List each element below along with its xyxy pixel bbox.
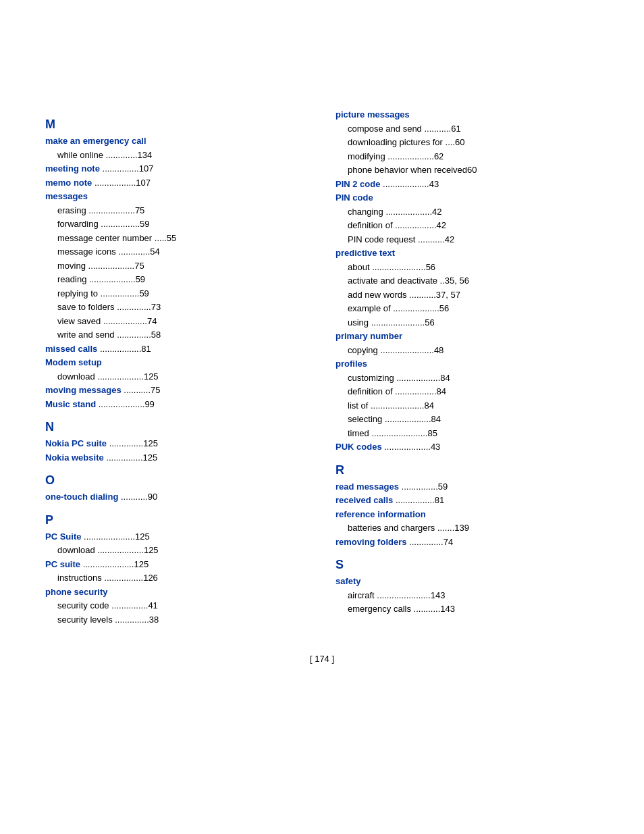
entry-sub-text: PIN code request [336,234,415,244]
entry-dots: .............. [115,330,151,340]
index-entry: changing ...................42 [336,205,599,219]
entry-page-num: 143 [440,604,455,614]
entry-page-num: 125 [135,531,150,542]
entry-dots: ..... [152,233,167,243]
entry-page-num: 59 [136,274,145,284]
entry-page-num: 85 [427,428,437,438]
index-entry: PIN code request ...........42 [336,233,599,246]
entry-dots: ....................... [369,428,428,438]
entry-sub-text: forwarding [45,219,99,229]
entry-dots: ................... [95,371,144,382]
entry-dots: ................ [393,495,434,505]
entry-page-num: 37, 57 [436,290,460,300]
entry-dots: .... [443,137,455,147]
entry-main-text: PIN code [336,192,373,203]
entry-main-text: Nokia PC suite [45,438,107,448]
entry-page-num: 125 [143,452,158,463]
index-entry: copying ......................48 [336,344,599,357]
index-entry: Nokia website ...............125 [45,451,308,465]
entry-dots: ................. [97,344,141,354]
entry-page-num: 56 [426,262,435,272]
section-letter-o: O [45,473,308,488]
entry-dots: ........... [411,604,440,614]
index-entry: Music stand ...................99 [45,398,308,411]
entry-page-num: 42 [437,220,446,230]
section-letter-s: S [336,558,599,572]
entry-page-num: 74 [147,316,157,326]
entry-sub-text: phone behavior when received [336,165,467,175]
entry-dots: ........... [406,290,435,300]
entry-dots: .............. [113,615,149,625]
index-entry: PIN code [336,191,599,205]
index-entry: moving ...................75 [45,259,308,273]
index-entry: download ...................125 [45,370,308,384]
entry-main-text: one-touch dialing [45,492,118,502]
entry-dots: ................... [385,151,434,161]
entry-dots: ................... [86,261,134,271]
entry-main-text: safety [336,576,361,586]
index-entry: read messages ...............59 [336,480,599,494]
entry-dots: ................. [92,178,136,188]
entry-sub-text: about [336,262,370,272]
entry-page-num: 60 [467,165,477,175]
entry-sub-text: write and send [45,330,115,340]
entry-sub-text: timed [336,428,369,438]
entry-sub-text: compose and send [336,124,422,134]
entry-main-text: primary number [336,331,402,341]
entry-page-num: 60 [455,137,464,147]
entry-page-num: 143 [431,590,446,600]
index-entry: forwarding ................59 [45,217,308,231]
entry-dots: ............. [116,246,151,257]
entry-dots: ................... [95,545,144,555]
entry-dots: ................... [86,205,135,215]
entry-dots: ........... [122,385,151,395]
entry-main-text: make an emergency call [45,136,146,146]
entry-main-text: messages [45,191,88,201]
entry-dots: ................ [102,573,143,583]
entry-dots: ...................... [375,590,431,600]
index-entry: selecting ...................84 [336,413,599,426]
entry-sub-text: definition of [336,220,393,230]
index-entry: using ......................56 [336,316,599,330]
index-entry: while online .............134 [45,149,308,162]
entry-page-num: 43 [429,179,439,189]
entry-page-num: 35, 56 [445,276,469,286]
entry-page-num: 90 [148,492,157,502]
index-entry: received calls ................81 [336,494,599,507]
entry-page-num: 59 [438,481,448,492]
entry-page-num: 75 [151,385,160,395]
entry-page-num: 139 [454,523,469,533]
index-entry: messages [45,190,308,203]
entry-page-num: 56 [439,303,449,313]
entry-page-num: 84 [440,373,450,383]
index-entry: download ...................125 [45,544,308,557]
left-column: Mmake an emergency callwhile online ....… [45,108,308,627]
index-entry: make an emergency call [45,134,308,148]
entry-main-text: meeting note [45,163,100,174]
index-entry: about ......................56 [336,261,599,274]
entry-page-num: 58 [151,330,161,340]
index-entry: definition of .................42 [336,219,599,232]
entry-sub-text: list of [336,400,368,411]
entry-sub-text: definition of [336,386,393,396]
entry-page-num: 54 [150,246,159,257]
entry-dots: ........... [118,492,147,502]
entry-dots: ..................... [80,559,134,569]
index-entry: customizing ..................84 [336,371,599,385]
entry-sub-text: view saved [45,316,101,326]
index-entry: list of ......................84 [336,399,599,413]
entry-dots: ................ [99,219,140,229]
index-entry: downloading pictures for ....60 [336,136,599,149]
index-entry: safety [336,575,599,588]
index-entry: emergency calls ...........143 [336,602,599,616]
index-entry: erasing ...................75 [45,204,308,217]
entry-page-num: 134 [138,150,153,160]
entry-dots: ................... [86,274,135,284]
entry-sub-text: message icons [45,246,116,257]
entry-dots: ..................... [81,531,134,542]
entry-main-text: received calls [336,495,393,505]
entry-sub-text: security code [45,600,109,610]
index-entry: view saved ..................74 [45,315,308,328]
entry-page-num: 84 [431,414,441,424]
index-entry: reading ...................59 [45,273,308,286]
